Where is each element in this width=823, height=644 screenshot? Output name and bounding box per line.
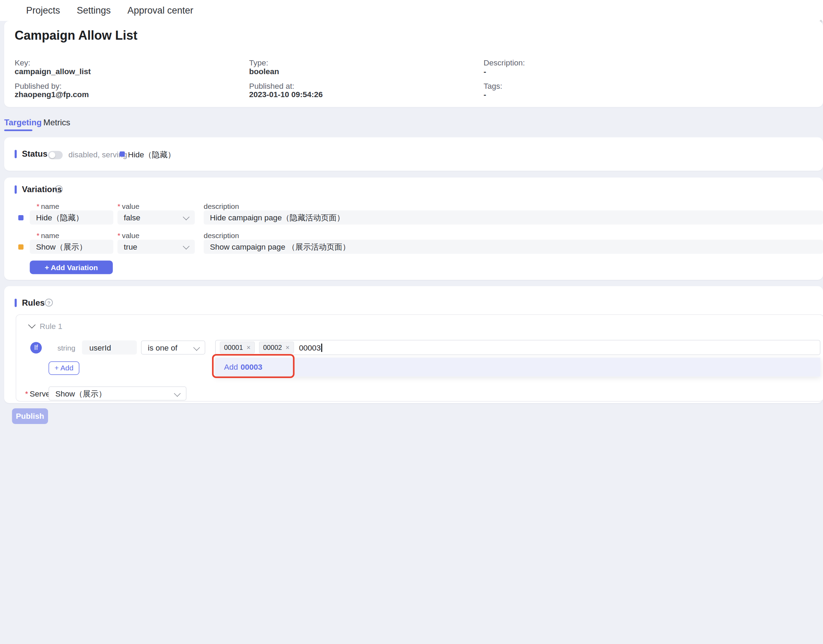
- chevron-down-icon: [174, 390, 181, 397]
- rules-card: Rules ? Rule 1 If string userId is one o…: [4, 286, 823, 403]
- nav-item-projects[interactable]: Projects: [26, 5, 60, 16]
- close-icon[interactable]: ×: [285, 343, 289, 351]
- active-tab-underline: [4, 129, 32, 131]
- tag-suggestion-dropdown: Add00003: [215, 358, 821, 377]
- close-icon[interactable]: ×: [247, 343, 250, 351]
- variation-dot: [18, 215, 24, 220]
- value-tag[interactable]: 00002 ×: [259, 342, 294, 354]
- text-caret: [321, 343, 322, 351]
- serve-select[interactable]: Show（展示）: [49, 386, 187, 401]
- chevron-down-icon: [193, 344, 200, 351]
- field-label-published-by: Published by:: [15, 81, 61, 90]
- app-screen: Projects Settings Approval center Campai…: [0, 0, 823, 644]
- condition-subject-input[interactable]: userId: [82, 340, 137, 355]
- section-marker: [15, 186, 17, 194]
- if-badge: If: [30, 342, 42, 354]
- condition-type-label: string: [57, 343, 75, 352]
- tab-metrics[interactable]: Metrics: [43, 118, 70, 127]
- value-tag[interactable]: 00001 ×: [220, 342, 255, 354]
- field-value-type: boolean: [249, 67, 279, 76]
- section-marker: [15, 150, 17, 158]
- variation-name-input[interactable]: Hide（隐藏）: [30, 211, 113, 225]
- toggle-knob: [49, 152, 55, 158]
- status-text: disabled, serving: [69, 150, 127, 159]
- required-marker: *: [37, 232, 39, 240]
- variations-card: Variations ? *name *value description Hi…: [4, 178, 823, 280]
- tab-targeting[interactable]: Targeting: [4, 118, 42, 127]
- column-header-value: *value: [118, 202, 139, 211]
- required-marker: *: [37, 202, 39, 211]
- variations-help-icon[interactable]: ?: [55, 186, 63, 193]
- variation-dot: [18, 244, 24, 250]
- add-value-option[interactable]: Add00003: [215, 358, 821, 377]
- field-value-tags: -: [484, 90, 486, 99]
- variation-description-input[interactable]: Show campaign page （展示活动页面）: [204, 240, 823, 254]
- required-marker: *: [25, 389, 28, 398]
- rules-help-icon[interactable]: ?: [45, 299, 53, 307]
- condition-values-tag-input[interactable]: 00001 × 00002 × 00003: [215, 340, 821, 356]
- status-variation-dot: [120, 152, 125, 156]
- variation-description-input[interactable]: Hide campaign page（隐藏活动页面）: [204, 211, 823, 225]
- required-marker: *: [118, 202, 121, 211]
- field-label-key: Key:: [15, 58, 30, 67]
- status-card: Status disabled, serving Hide（隐藏）: [4, 138, 823, 171]
- field-label-published-at: Published at:: [249, 81, 294, 90]
- required-marker: *: [118, 232, 121, 240]
- field-label-description: Description:: [484, 58, 525, 67]
- column-header-value: *value: [118, 232, 139, 240]
- variation-name-input[interactable]: Show（展示）: [30, 240, 113, 254]
- column-header-name: *name: [37, 202, 59, 211]
- field-label-type: Type:: [249, 58, 268, 67]
- variation-value-select[interactable]: true: [118, 240, 195, 254]
- annotation-highlight-box: [212, 354, 294, 378]
- nav-item-approval-center[interactable]: Approval center: [127, 5, 193, 16]
- nav-item-settings[interactable]: Settings: [77, 5, 111, 16]
- field-value-published-by: zhaopeng1@fp.com: [15, 90, 89, 99]
- status-toggle[interactable]: [48, 151, 63, 159]
- condition-predicate-select[interactable]: is one of: [141, 340, 205, 355]
- rules-title: Rules: [22, 298, 44, 308]
- status-title: Status: [22, 149, 48, 159]
- chevron-down-icon: [183, 214, 189, 220]
- column-header-description: description: [204, 232, 239, 240]
- field-value-published-at: 2023-01-10 09:54:26: [249, 90, 323, 99]
- section-marker: [15, 299, 17, 307]
- field-value-key: campaign_allow_list: [15, 67, 91, 76]
- chevron-down-icon: [183, 243, 189, 250]
- field-label-tags: Tags:: [484, 81, 503, 90]
- status-variation-label: Hide（隐藏）: [128, 150, 175, 160]
- column-header-description: description: [204, 202, 239, 211]
- flag-header-card: Campaign Allow List Key: campaign_allow_…: [4, 21, 823, 107]
- field-value-description: -: [484, 67, 486, 76]
- rule-name: Rule 1: [40, 322, 62, 331]
- publish-button[interactable]: Publish: [12, 408, 48, 424]
- tag-input-typed-text: 00003: [299, 343, 321, 352]
- page-title: Campaign Allow List: [15, 28, 138, 43]
- variation-value-select[interactable]: false: [118, 211, 195, 225]
- serve-label: *Serve: [25, 389, 50, 398]
- top-nav: Projects Settings Approval center: [0, 0, 823, 21]
- add-variation-button[interactable]: + Add Variation: [30, 261, 113, 274]
- add-condition-button[interactable]: + Add: [49, 361, 80, 375]
- column-header-name: *name: [37, 232, 59, 240]
